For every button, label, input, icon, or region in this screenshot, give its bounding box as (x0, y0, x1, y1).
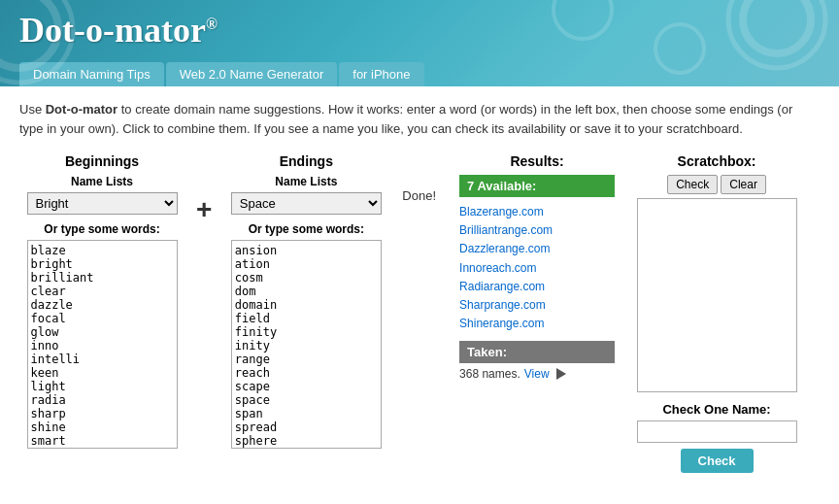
done-label: Done! (402, 188, 436, 203)
taken-view-link[interactable]: View (524, 367, 550, 381)
available-badge: 7 Available: (459, 175, 615, 197)
endings-textarea[interactable]: ansion ation cosm dom domain field finit… (231, 240, 382, 449)
endings-type-label: Or type some words: (249, 222, 364, 236)
results-title: Results: (459, 153, 615, 169)
scratchbox-check-button[interactable]: Check (667, 175, 718, 194)
plus-sign: + (185, 163, 223, 225)
result-link-7[interactable]: Shinerange.com (459, 315, 615, 333)
beginnings-select[interactable]: Bright (27, 192, 178, 215)
check-one-input[interactable] (637, 420, 797, 443)
scratchbox-textarea[interactable] (637, 198, 797, 392)
beginnings-type-label: Or type some words: (44, 222, 159, 236)
endings-panel: Endings Name Lists Space Or type some wo… (223, 153, 388, 449)
scratchbox-buttons: Check Clear (667, 175, 766, 194)
beginnings-textarea[interactable]: blaze bright brilliant clear dazzle foca… (27, 240, 178, 449)
beginnings-title: Beginnings (65, 153, 139, 169)
description: Use Dot-o-mator to create domain name su… (19, 100, 820, 138)
taken-count: 368 names. (459, 367, 520, 381)
result-link-4[interactable]: Innoreach.com (459, 259, 615, 278)
header: Dot-o-mator® Domain Naming Tips Web 2.0 … (0, 0, 839, 86)
scratchbox-title: Scratchbox: (678, 153, 756, 169)
check-one-label: Check One Name: (662, 402, 770, 417)
result-link-1[interactable]: Blazerange.com (459, 203, 615, 221)
columns-layout: Beginnings Name Lists Bright Or type som… (19, 153, 820, 473)
beginnings-panel: Beginnings Name Lists Bright Or type som… (19, 153, 185, 449)
scratchbox-clear-button[interactable]: Clear (721, 175, 766, 194)
site-title: Dot-o-mator® (19, 10, 820, 58)
play-icon (556, 368, 566, 380)
endings-name-lists-label: Name Lists (275, 175, 337, 188)
endings-select[interactable]: Space (231, 192, 382, 215)
results-links: Blazerange.com Brilliantrange.com Dazzle… (459, 203, 615, 333)
scratchbox-area: Scratchbox: Check Clear Check One Name: … (624, 153, 799, 473)
tab-domain-naming-tips[interactable]: Domain Naming Tips (19, 62, 164, 86)
beginnings-name-lists-label: Name Lists (71, 175, 133, 188)
tab-for-iphone[interactable]: for iPhone (339, 62, 423, 86)
main-content: Use Dot-o-mator to create domain name su… (0, 86, 839, 487)
results-area: Results: 7 Available: Blazerange.com Bri… (450, 153, 624, 381)
taken-info: 368 names. View (459, 367, 615, 381)
endings-title: Endings (280, 153, 333, 169)
result-link-2[interactable]: Brilliantrange.com (459, 221, 615, 240)
check-one-button[interactable]: Check (681, 449, 754, 473)
taken-badge: Taken: (459, 341, 615, 363)
nav-tabs: Domain Naming Tips Web 2.0 Name Generato… (19, 62, 820, 86)
result-link-3[interactable]: Dazzlerange.com (459, 240, 615, 258)
result-link-6[interactable]: Sharprange.com (459, 296, 615, 315)
tab-web20-generator[interactable]: Web 2.0 Name Generator (166, 62, 338, 86)
done-area: Done! (388, 153, 450, 209)
result-link-5[interactable]: Radiarange.com (459, 278, 615, 296)
